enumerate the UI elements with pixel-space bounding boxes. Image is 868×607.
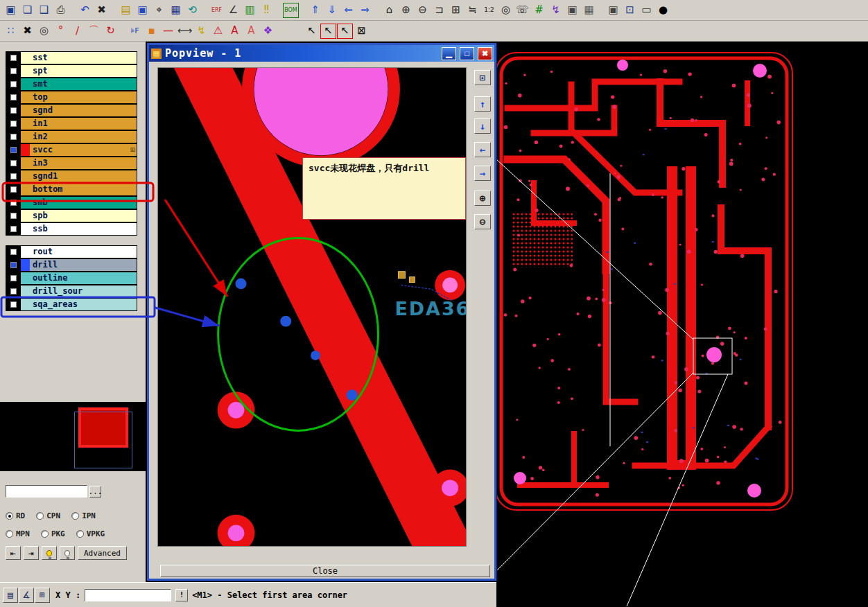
layer-row[interactable]: top <box>6 91 137 104</box>
pan-up-icon[interactable]: ⇑ <box>307 3 323 18</box>
layer-name[interactable]: smt <box>30 78 137 91</box>
layer-visibility-checkbox[interactable] <box>10 55 17 61</box>
pages-icon[interactable]: ❑ <box>36 3 52 18</box>
layer-name[interactable]: bottom <box>30 183 137 196</box>
image-view-icon[interactable]: ▣ <box>134 3 150 18</box>
layer-name[interactable]: spt <box>30 64 137 78</box>
layer-name[interactable]: drill <box>30 258 137 272</box>
layer-visibility-checkbox[interactable] <box>10 81 17 87</box>
snapshot-icon[interactable]: ▣ <box>605 3 621 18</box>
layer-color-swatch[interactable] <box>21 130 30 143</box>
layer-color-swatch[interactable] <box>21 117 30 130</box>
radio-pkg[interactable]: PKG <box>41 529 65 538</box>
layer-visibility-checkbox[interactable] <box>10 249 17 255</box>
pitch-icon[interactable]: ⟷ <box>177 24 193 39</box>
layer-visibility-cell[interactable] <box>6 91 21 104</box>
minimize-button[interactable]: ▁ <box>442 47 456 60</box>
film-box-icon[interactable]: ▥ <box>242 3 258 18</box>
layer-name[interactable]: spb <box>30 209 137 222</box>
find-symbol-icon[interactable]: ⌖ <box>151 3 167 18</box>
layer-name[interactable]: sst <box>30 51 137 64</box>
layer-set-icon[interactable]: ▣ <box>564 3 580 18</box>
layer-visibility-checkbox[interactable] <box>10 186 17 193</box>
select-element-icon[interactable]: ↖ <box>337 24 353 39</box>
layer-color-swatch[interactable] <box>21 258 30 272</box>
layer-color-swatch[interactable] <box>21 196 30 209</box>
drc-warning-icon[interactable]: ⚠ <box>210 24 226 39</box>
radio-cpn[interactable]: CPN <box>36 511 60 520</box>
layer-visibility-cell[interactable] <box>6 170 21 183</box>
next-item-button[interactable]: ⇥ <box>24 546 39 560</box>
pad-tool-icon[interactable]: ▪ <box>144 24 159 39</box>
redraw-icon[interactable]: ⟲ <box>184 3 200 18</box>
save-icon[interactable]: ▣ <box>3 3 19 18</box>
layer-row[interactable]: sgnd <box>6 104 137 117</box>
radio-dot[interactable] <box>41 530 49 538</box>
highlight-on-button[interactable] <box>42 546 57 560</box>
erase-icon[interactable]: ✖ <box>19 24 35 39</box>
alert-button[interactable]: ! <box>175 589 188 601</box>
layer-name[interactable]: sgnd <box>30 104 137 117</box>
dimension-icon[interactable]: ∠ <box>225 3 241 18</box>
layer-visibility-checkbox[interactable] <box>10 107 17 114</box>
close-window-button[interactable]: ✖ <box>478 47 492 60</box>
text-tool-icon[interactable]: A <box>227 24 243 39</box>
record-icon[interactable]: ● <box>655 3 671 18</box>
layer-visibility-checkbox[interactable] <box>10 301 17 308</box>
layer-name[interactable]: in2 <box>30 130 137 143</box>
layer-row[interactable]: ssb <box>6 222 137 236</box>
layer-color-swatch[interactable] <box>21 143 30 157</box>
circle-tool-icon[interactable]: ◎ <box>36 24 52 39</box>
radio-dot[interactable] <box>71 512 79 520</box>
layer-color-swatch[interactable] <box>21 78 30 91</box>
layer-visibility-cell[interactable] <box>6 272 21 285</box>
layer-visibility-checkbox[interactable] <box>10 134 17 140</box>
trace-tool-icon[interactable]: — <box>160 24 176 39</box>
erf-icon[interactable]: ERF <box>209 3 225 18</box>
layer-color-swatch[interactable] <box>21 222 30 236</box>
grid-toggle-icon[interactable]: ⊞ <box>35 588 50 603</box>
radio-vpkg[interactable]: VPKG <box>76 529 105 538</box>
layer-visibility-cell[interactable] <box>6 78 21 91</box>
layer-visibility-checkbox[interactable] <box>10 200 17 206</box>
layer-visibility-checkbox[interactable] <box>10 68 17 74</box>
select-pointer-icon[interactable]: ↖ <box>304 24 320 39</box>
layer-color-swatch[interactable] <box>21 64 30 78</box>
scale-1-2-icon[interactable]: 1:2 <box>481 3 497 18</box>
layer-name[interactable]: top <box>30 91 137 104</box>
flip-view-icon[interactable]: ≒ <box>465 3 480 18</box>
layer-color-swatch[interactable] <box>21 91 30 104</box>
zoom-in-icon[interactable]: ⊕ <box>474 191 491 206</box>
layer-visibility-cell[interactable] <box>6 117 21 130</box>
detail-window-icon[interactable]: ⊡ <box>474 70 491 85</box>
layer-name[interactable]: sgnd1 <box>30 170 137 183</box>
layer-color-swatch[interactable] <box>21 104 30 117</box>
layer-visibility-checkbox[interactable] <box>10 275 17 281</box>
layer-name[interactable]: smb <box>30 196 137 209</box>
layer-row[interactable]: spt <box>6 64 137 78</box>
pan-right-icon[interactable]: → <box>474 166 491 181</box>
layer-row[interactable]: rout <box>6 245 137 258</box>
browse-button[interactable]: ... <box>89 486 101 498</box>
pan-right-icon[interactable]: ⇒ <box>357 3 373 18</box>
layer-visibility-cell[interactable] <box>6 285 21 298</box>
home-view-icon[interactable]: ⌂ <box>381 3 397 18</box>
layer-visibility-cell[interactable] <box>6 104 21 117</box>
layer-name[interactable]: in3 <box>30 157 137 170</box>
layer-visibility-cell[interactable] <box>6 209 21 222</box>
text-outline-icon[interactable]: A <box>243 24 259 39</box>
layer-visibility-cell[interactable] <box>6 245 21 258</box>
aperture-table-icon[interactable]: ▦ <box>168 3 184 18</box>
select-filter-small-icon[interactable]: ⊠ <box>354 24 370 39</box>
arc-tool-icon[interactable]: ⌒ <box>86 24 102 39</box>
bom-icon[interactable]: BOM <box>283 3 299 18</box>
pan-down-icon[interactable]: ⇓ <box>324 3 340 18</box>
select-window-icon[interactable]: ↖ <box>320 24 336 39</box>
layer-row[interactable]: smt <box>6 78 137 91</box>
layer-row[interactable]: spb <box>6 209 137 222</box>
layer-color-swatch[interactable] <box>21 170 30 183</box>
coordinate-input[interactable] <box>85 589 171 601</box>
spiral-tool-icon[interactable]: ↻ <box>103 24 119 39</box>
layer-row[interactable]: svcc ⊞ <box>6 143 137 157</box>
overview-thumbnail[interactable] <box>0 402 146 471</box>
